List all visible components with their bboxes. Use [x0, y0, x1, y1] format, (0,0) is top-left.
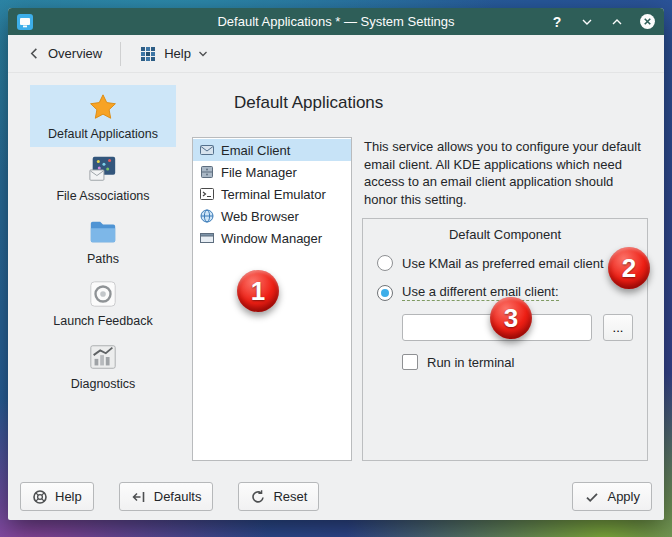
sidebar-item-label: Diagnostics — [32, 377, 174, 391]
content-area: Default Applications File Associations P… — [8, 73, 664, 473]
defaults-button-label: Defaults — [154, 489, 202, 504]
defaults-button[interactable]: Defaults — [119, 482, 214, 511]
toolbar-separator — [120, 42, 121, 66]
file-manager-icon — [199, 164, 215, 180]
service-item-label: Terminal Emulator — [221, 187, 326, 202]
service-item-terminal-emulator[interactable]: Terminal Emulator — [193, 183, 351, 205]
run-in-terminal-label: Run in terminal — [427, 355, 514, 370]
run-in-terminal-row[interactable]: Run in terminal — [402, 354, 633, 370]
help-menu-button[interactable]: Help — [131, 39, 216, 69]
system-settings-window: Default Applications * — System Settings… — [8, 8, 664, 520]
sidebar-item-label: Launch Feedback — [32, 314, 174, 328]
default-component-groupbox: Default Component Use KMail as preferred… — [362, 218, 648, 461]
back-chevron-icon — [28, 47, 41, 60]
service-item-label: Email Client — [221, 143, 290, 158]
annotation-badge-1: 1 — [237, 270, 279, 312]
groupbox-title: Default Component — [363, 227, 647, 242]
other-client-radio-label: Use a different email client: — [402, 284, 559, 301]
service-item-window-manager[interactable]: Window Manager — [193, 227, 351, 249]
app-icon — [16, 13, 34, 31]
chevron-down-icon — [198, 50, 208, 58]
service-description: This service allows you to configure you… — [364, 138, 648, 208]
web-browser-icon — [199, 208, 215, 224]
help-window-button[interactable]: ? — [548, 13, 566, 31]
sidebar-item-paths[interactable]: Paths — [30, 210, 176, 272]
sidebar-item-launch-feedback[interactable]: Launch Feedback — [30, 272, 176, 334]
maximize-button[interactable] — [608, 13, 626, 31]
service-item-web-browser[interactable]: Web Browser — [193, 205, 351, 227]
folder-icon — [32, 215, 174, 249]
diagnostics-icon — [32, 340, 174, 374]
reset-button[interactable]: Reset — [238, 482, 319, 511]
service-item-label: Window Manager — [221, 231, 322, 246]
other-client-radio[interactable] — [377, 285, 393, 301]
window-manager-icon — [199, 230, 215, 246]
apply-button[interactable]: Apply — [572, 482, 652, 511]
undo-icon — [250, 489, 266, 505]
star-icon — [32, 90, 174, 124]
service-item-file-manager[interactable]: File Manager — [193, 161, 351, 183]
sidebar-item-label: Default Applications — [32, 127, 174, 141]
minimize-button[interactable] — [578, 13, 596, 31]
page-title: Default Applications — [234, 93, 648, 113]
terminal-icon — [199, 186, 215, 202]
kmail-radio[interactable] — [377, 255, 393, 271]
browse-button[interactable]: ... — [603, 314, 633, 341]
overview-button[interactable]: Overview — [20, 40, 110, 67]
lifebuoy-icon — [32, 489, 48, 505]
overview-button-label: Overview — [48, 46, 102, 61]
sidebar: Default Applications File Associations P… — [8, 73, 178, 473]
annotation-badge-2: 2 — [608, 247, 650, 289]
checkmark-icon — [584, 489, 600, 505]
window-controls: ? — [548, 13, 656, 31]
apply-button-label: Apply — [607, 489, 640, 504]
toolbar: Overview Help — [8, 35, 664, 73]
footer-button-bar: Help Defaults Reset Apply — [8, 473, 664, 520]
annotation-badge-3: 3 — [490, 297, 532, 339]
sidebar-item-label: File Associations — [32, 189, 174, 203]
close-button[interactable] — [638, 13, 656, 31]
help-grid-icon — [139, 45, 157, 63]
help-menu-label: Help — [164, 46, 191, 61]
reset-button-label: Reset — [273, 489, 307, 504]
radio-row-kmail[interactable]: Use KMail as preferred email client — [377, 255, 633, 271]
help-button-label: Help — [55, 489, 82, 504]
defaults-icon — [131, 489, 147, 505]
service-item-label: Web Browser — [221, 209, 299, 224]
service-item-label: File Manager — [221, 165, 297, 180]
run-in-terminal-checkbox[interactable] — [402, 354, 418, 370]
file-associations-icon — [32, 152, 174, 186]
sidebar-item-file-associations[interactable]: File Associations — [30, 147, 176, 209]
sidebar-item-diagnostics[interactable]: Diagnostics — [30, 335, 176, 397]
help-button[interactable]: Help — [20, 482, 94, 511]
service-item-email-client[interactable]: Email Client — [193, 139, 351, 161]
launch-feedback-icon — [32, 277, 174, 311]
sidebar-item-label: Paths — [32, 252, 174, 266]
titlebar[interactable]: Default Applications * — System Settings… — [8, 8, 664, 35]
desktop-wallpaper: { "titlebar": { "title": "Default Applic… — [0, 0, 672, 537]
kmail-radio-label: Use KMail as preferred email client — [402, 256, 604, 271]
email-client-icon — [199, 142, 215, 158]
sidebar-item-default-applications[interactable]: Default Applications — [30, 85, 176, 147]
